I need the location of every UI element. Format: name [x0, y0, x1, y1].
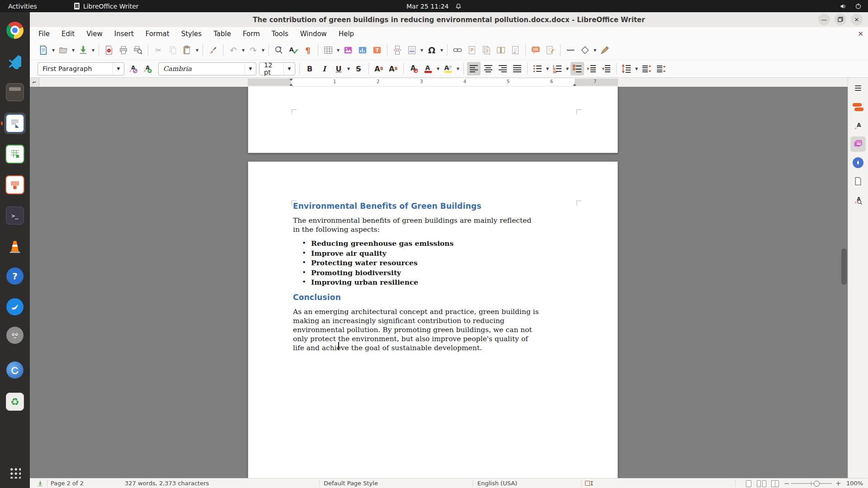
font-size-select[interactable]: 12 pt▼ [259, 62, 295, 75]
no-list-icon[interactable] [571, 62, 584, 75]
ordered-list-icon[interactable]: IIIIII [551, 62, 564, 75]
left-indent-marker[interactable] [289, 84, 293, 86]
hyperlink-icon[interactable] [451, 43, 464, 57]
dock-libreoffice-writer-icon[interactable] [4, 113, 26, 134]
special-character-dropdown[interactable]: ▼ [439, 43, 444, 57]
increase-indent-icon[interactable] [585, 62, 599, 75]
menu-format[interactable]: Format [140, 27, 175, 41]
highlight-color-icon[interactable]: A [441, 62, 455, 75]
new-style-icon[interactable]: A [141, 62, 154, 75]
footnote-icon[interactable] [465, 43, 479, 57]
dock-chrome-icon[interactable] [4, 19, 26, 41]
justify-icon[interactable] [510, 62, 524, 75]
find-replace-icon[interactable] [272, 43, 286, 57]
sidebar-styles-icon[interactable]: A [850, 118, 866, 134]
dock-terminal-icon[interactable]: >_ [4, 205, 26, 226]
power-icon[interactable] [855, 3, 862, 9]
page-1[interactable] [248, 87, 618, 153]
document-content[interactable]: Environmental Benefits of Green Building… [293, 202, 539, 357]
increase-paragraph-spacing-icon[interactable] [640, 62, 653, 75]
special-character-icon[interactable]: Ω [425, 43, 439, 57]
underline-dropdown[interactable]: ▼ [346, 62, 351, 75]
document-canvas[interactable]: Environmental Benefits of Green Building… [30, 87, 848, 478]
dock-app-grid-icon[interactable] [4, 462, 26, 483]
sidebar-settings-icon[interactable] [850, 80, 866, 96]
menu-form[interactable]: Form [237, 27, 266, 41]
clone-formatting-icon[interactable] [206, 43, 220, 57]
sidebar-navigator-icon[interactable] [850, 155, 866, 170]
new-document-dropdown[interactable]: ▼ [51, 43, 56, 57]
print-preview-icon[interactable] [131, 43, 145, 57]
insert-table-icon[interactable] [321, 43, 335, 57]
line-spacing-dropdown[interactable]: ▼ [634, 62, 639, 75]
zoom-level[interactable]: 100% [846, 479, 863, 488]
paste-icon[interactable] [180, 43, 194, 57]
decrease-paragraph-spacing-icon[interactable] [654, 62, 668, 75]
save-icon[interactable] [76, 43, 90, 57]
decrease-indent-icon[interactable] [599, 62, 613, 75]
sidebar-style-inspector-icon[interactable]: A [850, 192, 866, 208]
dock-file-manager-icon[interactable] [4, 81, 26, 103]
insert-comment-icon[interactable] [529, 43, 542, 57]
highlight-color-dropdown[interactable]: ▼ [455, 62, 461, 75]
focused-app-menu[interactable]: LibreOffice Writer [74, 3, 139, 10]
menu-styles[interactable]: Styles [175, 27, 208, 41]
menu-file[interactable]: File [33, 27, 56, 41]
update-style-icon[interactable]: A [126, 62, 140, 75]
spelling-icon[interactable]: A [287, 43, 300, 57]
new-document-icon[interactable] [37, 43, 50, 57]
close-document-icon[interactable]: ✕ [858, 30, 863, 38]
font-name-select[interactable]: Cambria▼ [158, 62, 256, 75]
window-title-bar[interactable]: The contribution of green buildings in r… [30, 12, 868, 28]
zoom-slider-track[interactable] [791, 483, 832, 484]
insert-field-dropdown[interactable]: ▼ [419, 43, 425, 57]
menu-window[interactable]: Window [294, 27, 333, 41]
view-layout-book-icon[interactable] [771, 479, 780, 488]
horizontal-line-icon[interactable] [564, 43, 577, 57]
zoom-slider-thumb[interactable] [814, 481, 820, 487]
print-icon[interactable] [117, 43, 130, 57]
italic-icon[interactable]: I [317, 62, 331, 75]
unordered-list-dropdown[interactable]: ▼ [545, 62, 550, 75]
sidebar-page-icon[interactable] [850, 174, 866, 189]
align-right-icon[interactable] [496, 62, 509, 75]
zoom-out-button[interactable]: − [784, 479, 790, 488]
basic-shapes-icon[interactable] [578, 43, 592, 57]
dock-libreoffice-impress-icon[interactable] [4, 174, 26, 196]
unordered-list-icon[interactable] [531, 62, 544, 75]
view-layout-multi-icon[interactable] [757, 479, 768, 488]
word-count[interactable]: 327 words, 2,373 characters [125, 479, 209, 488]
track-changes-icon[interactable] [543, 43, 557, 57]
clear-formatting-icon[interactable]: A [407, 62, 420, 75]
minimize-button[interactable]: — [818, 14, 830, 25]
menu-tools[interactable]: Tools [266, 27, 294, 41]
zoom-in-button[interactable]: + [835, 479, 841, 488]
dock-recycle-app-icon[interactable]: ♻ [4, 391, 26, 413]
selection-mode-icon[interactable]: I [585, 479, 594, 488]
dock-blue-swirl-app-icon[interactable] [4, 359, 26, 381]
save-status-icon[interactable] [37, 479, 43, 488]
menu-insert[interactable]: Insert [108, 27, 140, 41]
formatting-marks-icon[interactable]: ¶ [301, 43, 315, 57]
save-dropdown[interactable]: ▼ [90, 43, 96, 57]
horizontal-ruler[interactable]: ⌐ 1 2 3 4 5 6 7 [30, 78, 848, 87]
first-line-indent-marker[interactable] [289, 79, 293, 81]
page-break-icon[interactable] [391, 43, 404, 57]
page-2[interactable]: Environmental Benefits of Green Building… [248, 161, 618, 478]
align-left-icon[interactable] [467, 62, 481, 75]
page-indicator[interactable]: Page 2 of 2 [51, 479, 84, 488]
cross-reference-icon[interactable] [509, 43, 522, 57]
underline-icon[interactable]: U [332, 62, 345, 75]
activities-button[interactable]: Activities [0, 3, 44, 10]
dock-libreoffice-calc-icon[interactable] [4, 143, 26, 165]
insert-table-dropdown[interactable]: ▼ [335, 43, 341, 57]
export-pdf-icon[interactable] [102, 43, 116, 57]
basic-shapes-dropdown[interactable]: ▼ [592, 43, 598, 57]
open-dropdown[interactable]: ▼ [71, 43, 76, 57]
document-language[interactable]: English (USA) [477, 479, 517, 488]
bold-icon[interactable]: B [303, 62, 316, 75]
sidebar-properties-icon[interactable] [850, 99, 866, 115]
volume-icon[interactable] [840, 3, 847, 10]
insert-chart-icon[interactable] [356, 43, 369, 57]
bookmark-icon[interactable] [494, 43, 508, 57]
